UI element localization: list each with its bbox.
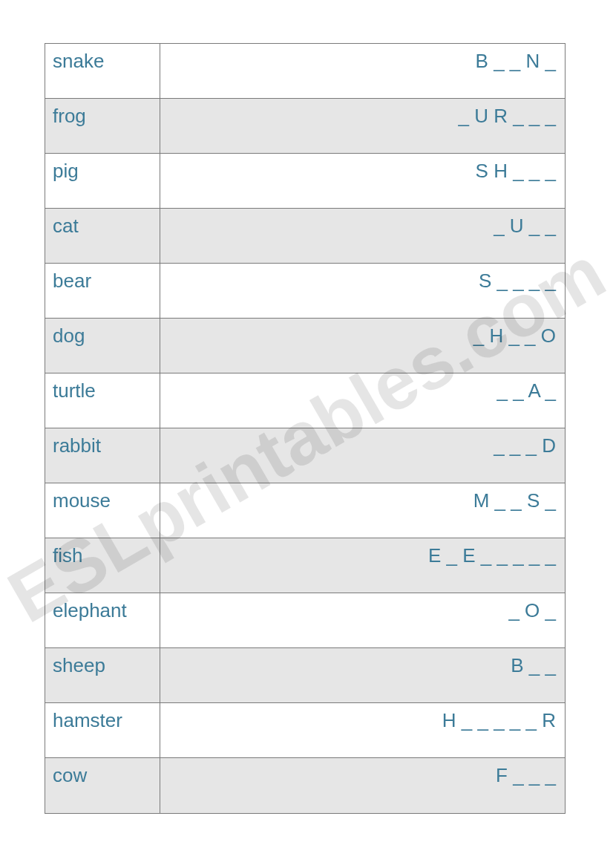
table-row: cat _ U _ _ (45, 209, 565, 264)
word-cell: rabbit (45, 428, 160, 483)
word-cell: cow (45, 758, 160, 813)
table-row: mouse M _ _ S _ (45, 483, 565, 538)
blank-cell[interactable]: E _ E _ _ _ _ _ (160, 538, 565, 593)
worksheet-page: snake B _ _ N _ frog _ U R _ _ _ pig S H… (0, 0, 613, 868)
word-cell: frog (45, 99, 160, 153)
table-row: pig S H _ _ _ (45, 154, 565, 209)
blank-cell[interactable]: S _ _ _ _ (160, 264, 565, 318)
word-cell: pig (45, 154, 160, 208)
word-cell: hamster (45, 703, 160, 757)
blank-cell[interactable]: _ _ A _ (160, 373, 565, 428)
blank-cell[interactable]: S H _ _ _ (160, 154, 565, 208)
word-cell: cat (45, 209, 160, 263)
table-row: turtle _ _ A _ (45, 373, 565, 428)
table-row: bear S _ _ _ _ (45, 264, 565, 319)
table-row: hamster H _ _ _ _ _ R (45, 703, 565, 758)
table-row: fish E _ E _ _ _ _ _ (45, 538, 565, 593)
blank-cell[interactable]: F _ _ _ (160, 758, 565, 813)
word-cell: turtle (45, 373, 160, 428)
word-cell: snake (45, 44, 160, 98)
matching-table: snake B _ _ N _ frog _ U R _ _ _ pig S H… (45, 43, 566, 814)
blank-cell[interactable]: _ U _ _ (160, 209, 565, 263)
blank-cell[interactable]: _ H _ _ O (160, 319, 565, 373)
blank-cell[interactable]: B _ _ (160, 648, 565, 702)
blank-cell[interactable]: _ O _ (160, 593, 565, 647)
table-row: frog _ U R _ _ _ (45, 99, 565, 154)
blank-cell[interactable]: M _ _ S _ (160, 483, 565, 538)
table-row: cow F _ _ _ (45, 758, 565, 813)
table-row: dog _ H _ _ O (45, 319, 565, 373)
table-row: elephant _ O _ (45, 593, 565, 648)
word-cell: mouse (45, 483, 160, 538)
blank-cell[interactable]: B _ _ N _ (160, 44, 565, 98)
blank-cell[interactable]: H _ _ _ _ _ R (160, 703, 565, 757)
word-cell: fish (45, 538, 160, 593)
blank-cell[interactable]: _ U R _ _ _ (160, 99, 565, 153)
word-cell: dog (45, 319, 160, 373)
blank-cell[interactable]: _ _ _ D (160, 428, 565, 483)
table-row: snake B _ _ N _ (45, 44, 565, 99)
word-cell: sheep (45, 648, 160, 702)
word-cell: elephant (45, 593, 160, 647)
word-cell: bear (45, 264, 160, 318)
table-row: rabbit _ _ _ D (45, 428, 565, 483)
table-row: sheep B _ _ (45, 648, 565, 703)
